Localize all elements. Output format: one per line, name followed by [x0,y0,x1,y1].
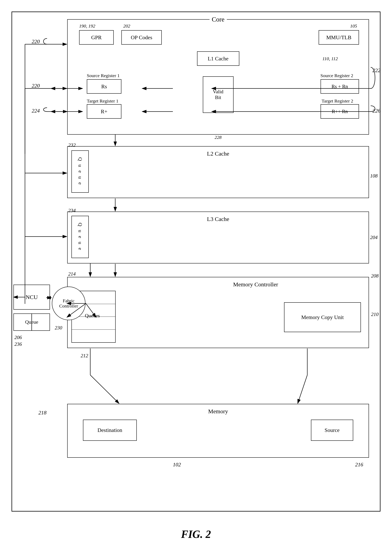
ref-212: 212 [81,353,88,359]
destination-box: Destination [83,420,137,441]
ref-190-192: 190, 192 [79,23,95,29]
ref-226: 226 [372,108,380,114]
source-reg2-label: Source Register 2 [320,73,353,78]
ref-230: 230 [55,325,62,331]
rs-box: Rs [87,79,121,94]
ref-216: 216 [355,462,363,468]
ref-110-112: 110, 112 [322,56,338,61]
ref-220b: 220 [32,83,40,89]
ref-206: 206 [14,335,22,340]
l2-queue-box: Q u e u e [71,150,89,193]
ref-236: 236 [14,341,22,347]
ncu-label: NCU [26,294,38,300]
ref-210: 210 [371,311,378,317]
mem-controller-label: Memory Controller [233,281,278,288]
opcodes-box: OP Codes [121,30,162,45]
memory-box: Memory Destination Source [67,404,369,458]
target-reg2-label: Target Register 2 [322,98,353,104]
ref-102: 102 [173,462,181,468]
fig-caption: FIG. 2 [181,528,211,540]
core-box: Core 190, 192 GPR 202 OP Codes 105 MMU/T… [67,19,369,135]
target-reg1-label: Target Register 1 [87,98,119,104]
ref-204: 204 [370,235,378,240]
l3-queue-label: Q u e u e [77,223,83,251]
rplusplus-rn-label: R++ Rn [332,109,348,115]
l1cache-label: L1 Cache [208,56,228,62]
ref-220a: 220 [32,38,40,45]
rplusplus-rn-box: R++ Rn [321,104,359,119]
opcodes-label: OP Codes [131,34,152,41]
ref-228: 228 [215,135,222,140]
ref-234: 234 [68,208,76,213]
mmutlb-box: MMU/TLB [319,30,359,45]
l1cache-box: L1 Cache [197,51,239,66]
ncu-box: NCU [14,285,50,310]
gpr-box: GPR [79,30,114,45]
fabric-controller-label: FabricController [59,298,78,309]
ref-214: 214 [68,271,76,277]
gpr-label: GPR [91,34,102,41]
queue-line-4 [72,330,115,342]
l2cache-box: L2 Cache Q u e u e [67,146,369,198]
memory-label: Memory [208,408,228,415]
memory-copy-unit-box: Memory Copy Unit [284,302,361,332]
l3cache-box: L3 Cache Q u e u e [67,211,369,263]
source-label: Source [325,427,340,433]
rs-rn-box: Rs + Rn [321,79,359,94]
core-label: Core [209,16,227,23]
memory-copy-unit-label: Memory Copy Unit [301,314,344,320]
ref-108: 108 [370,173,378,179]
ref-222: 222 [372,67,380,73]
mmutlb-label: MMU/TLB [326,34,351,41]
destination-label: Destination [97,427,122,433]
ncu-queue-box: Queue [14,313,50,331]
source-reg1-label: Source Register 1 [87,73,120,78]
ref-224: 224 [32,108,40,114]
valid-bit-box: ValidBit [203,76,234,113]
l3cache-label: L3 Cache [207,216,229,222]
ncu-queue-label: Queue [25,319,38,325]
ref-202: 202 [123,23,130,29]
rs-label: Rs [101,83,107,90]
rs-rn-label: Rs + Rn [331,84,348,89]
l2cache-label: L2 Cache [207,150,229,157]
ref-208: 208 [371,273,378,279]
fabric-controller-circle: FabricController [52,287,85,320]
mem-controller-box: Memory Controller Queues Memory Copy Uni… [67,277,369,348]
rplus-label: R+ [101,109,107,115]
ref-105: 105 [350,23,357,29]
page: Core 190, 192 GPR 202 OP Codes 105 MMU/T… [0,0,392,550]
rplus-box: R+ [87,104,121,119]
ref-218: 218 [38,410,47,416]
queues-label: Queues [85,313,100,319]
l2-queue-label: Q u e u e [77,157,83,186]
source-box: Source [311,420,353,441]
l3-queue-box: Q u e u e [71,216,89,258]
ref-232: 232 [68,142,76,148]
valid-bit-label: ValidBit [213,89,223,100]
